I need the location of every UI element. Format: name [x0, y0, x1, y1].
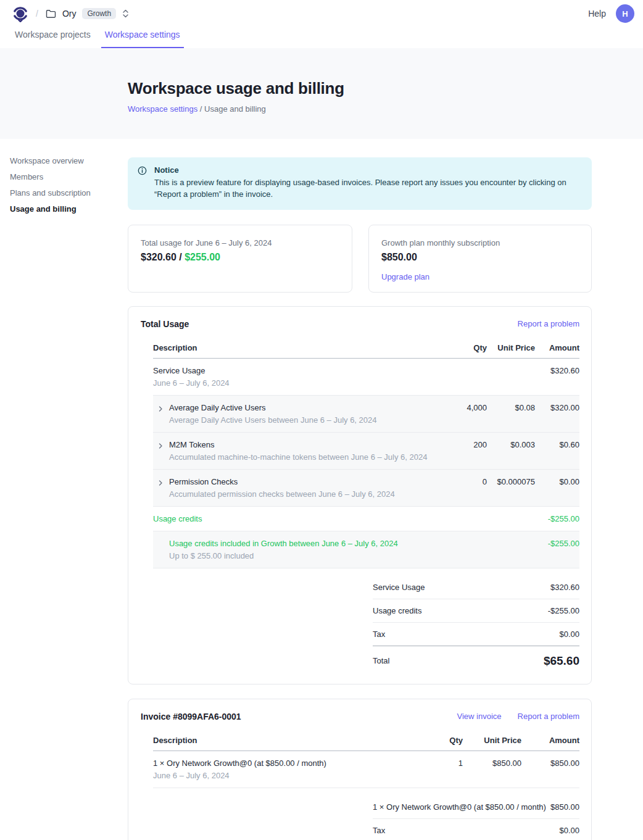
row-amount: -$255.00	[535, 539, 579, 548]
col-unit-price: Unit Price	[463, 736, 521, 745]
plan-badge: Growth	[82, 8, 116, 19]
col-amount: Amount	[521, 736, 579, 745]
ory-logo-icon[interactable]	[12, 5, 28, 22]
usage-credit-limit: $255.00	[185, 252, 220, 262]
row-amount: $320.60	[535, 366, 579, 375]
row-subtitle: June 6 – July 6, 2024	[153, 378, 430, 388]
user-avatar[interactable]: H	[616, 4, 634, 23]
workspace-switcher-icon[interactable]	[122, 9, 129, 19]
row-unit-price: $0.003	[487, 440, 535, 449]
col-unit-price: Unit Price	[487, 343, 535, 352]
total-usage-invoice-card: Total Usage Report a problem Description…	[128, 306, 592, 684]
row-title: M2M Tokens	[169, 440, 430, 449]
total-usage-card: Total usage for June 6 – July 6, 2024 $3…	[128, 225, 352, 293]
invoice-report-problem-link[interactable]: Report a problem	[518, 712, 579, 721]
row-title: 1 × Ory Network Growth@0 (at $850.00 / m…	[153, 759, 406, 768]
invoice-table: Description Qty Unit Price Amount 1 × Or…	[153, 732, 579, 840]
row-subtitle: June 6 – July 6, 2024	[153, 771, 406, 780]
usage-table: Description Qty Unit Price Amount Servic…	[153, 339, 579, 670]
summary-row-usage-credits: Usage credits -$255.00	[373, 599, 579, 623]
breadcrumb-slash: /	[197, 104, 204, 114]
table-row-average-daily-active-users: Average Daily Active Users Average Daily…	[153, 396, 579, 433]
sidebar-item-plans-subscription[interactable]: Plans and subscription	[10, 189, 128, 198]
tab-workspace-projects[interactable]: Workspace projects	[11, 27, 94, 48]
usage-summary: Service Usage $320.60 Usage credits -$25…	[373, 576, 579, 670]
invoice-summary: 1 × Ory Network Growth@0 (at $850.00 / m…	[373, 796, 579, 840]
row-amount: $0.60	[535, 440, 579, 449]
col-qty: Qty	[413, 736, 463, 745]
row-subtitle: Accumulated machine-to-machine tokens be…	[169, 452, 430, 462]
row-unit-price: $0.000075	[487, 477, 535, 486]
col-amount: Amount	[535, 343, 579, 352]
summary-row-service-usage: Service Usage $320.60	[373, 576, 579, 599]
workspace-name[interactable]: Ory	[62, 9, 77, 19]
workspace-tabs: Workspace projects Workspace settings	[0, 27, 643, 48]
summary-row-line-item: 1 × Ory Network Growth@0 (at $850.00 / m…	[373, 796, 579, 819]
folder-icon	[46, 9, 56, 19]
col-description: Description	[153, 343, 438, 352]
preview-notice-banner: Notice This is a preview feature for dis…	[128, 157, 592, 210]
notice-title: Notice	[154, 165, 581, 175]
page-header: Workspace usage and billing Workspace se…	[0, 48, 643, 139]
top-bar: / Ory Growth Help H	[0, 0, 643, 27]
row-title: Usage credits included in Growth between…	[169, 539, 430, 548]
row-subtitle: Average Daily Active Users between June …	[169, 415, 430, 425]
upgrade-plan-link[interactable]: Upgrade plan	[381, 272, 429, 281]
help-link[interactable]: Help	[588, 9, 606, 19]
table-row-usage-credits: Usage credits -$255.00	[153, 507, 579, 531]
expand-chevron-icon[interactable]	[157, 443, 164, 449]
usage-table-header: Description Qty Unit Price Amount	[153, 339, 579, 359]
summary-row-tax: Tax $0.00	[373, 623, 579, 646]
row-unit-price: $0.08	[487, 403, 535, 412]
row-subtitle: Up to $ 255.00 included	[169, 551, 430, 560]
plan-subscription-value: $850.00	[381, 252, 579, 263]
notice-body: This is a preview feature for displaying…	[154, 177, 581, 201]
invoice-card: Invoice #8099AFA6-0001 View invoice Repo…	[128, 699, 592, 840]
tab-workspace-settings[interactable]: Workspace settings	[101, 27, 184, 48]
info-icon	[138, 166, 147, 201]
table-row-permission-checks: Permission Checks Accumulated permission…	[153, 470, 579, 507]
row-qty: 200	[438, 440, 487, 449]
row-unit-price: $850.00	[463, 759, 521, 768]
expand-chevron-icon[interactable]	[157, 405, 164, 412]
table-row-invoice-line: 1 × Ory Network Growth@0 (at $850.00 / m…	[153, 751, 579, 788]
row-title: Service Usage	[153, 366, 430, 375]
total-usage-label: Total usage for June 6 – July 6, 2024	[141, 238, 339, 247]
col-description: Description	[153, 736, 413, 745]
settings-sidebar: Workspace overview Members Plans and sub…	[0, 139, 128, 840]
row-amount: $0.00	[535, 477, 579, 486]
row-amount: $850.00	[521, 759, 579, 768]
breadcrumb-separator: /	[36, 9, 38, 19]
table-row-usage-credits-detail: Usage credits included in Growth between…	[153, 531, 579, 568]
row-qty: 1	[413, 759, 463, 768]
col-qty: Qty	[438, 343, 487, 352]
row-title: Average Daily Active Users	[169, 403, 430, 412]
total-usage-value: $320.60 / $255.00	[141, 252, 339, 263]
sidebar-item-members[interactable]: Members	[10, 173, 128, 181]
plan-subscription-label: Growth plan monthly subscription	[381, 238, 579, 247]
row-amount: $320.00	[535, 403, 579, 412]
page-title: Workspace usage and billing	[128, 79, 643, 98]
summary-row-total: Total $65.60	[373, 646, 579, 670]
usage-total-value: $65.60	[544, 654, 579, 668]
table-row-service-usage: Service Usage June 6 – July 6, 2024 $320…	[153, 359, 579, 396]
expand-chevron-icon[interactable]	[157, 480, 164, 486]
sidebar-item-workspace-overview[interactable]: Workspace overview	[10, 157, 128, 165]
view-invoice-link[interactable]: View invoice	[457, 712, 502, 721]
row-subtitle: Accumulated permission checks between Ju…	[169, 489, 430, 499]
summary-row-tax: Tax $0.00	[373, 819, 579, 840]
table-row-m2m-tokens: M2M Tokens Accumulated machine-to-machin…	[153, 433, 579, 470]
breadcrumb: Workspace settings / Usage and billing	[128, 104, 643, 114]
row-qty: 4,000	[438, 403, 487, 412]
usage-card-title: Total Usage	[141, 319, 189, 329]
row-title: Usage credits	[153, 514, 430, 523]
sidebar-item-usage-billing[interactable]: Usage and billing	[10, 205, 128, 214]
breadcrumb-current: Usage and billing	[204, 104, 266, 114]
invoice-card-title: Invoice #8099AFA6-0001	[141, 712, 241, 721]
plan-subscription-card: Growth plan monthly subscription $850.00…	[368, 225, 592, 293]
invoice-table-header: Description Qty Unit Price Amount	[153, 732, 579, 751]
row-qty: 0	[438, 477, 487, 486]
row-amount: -$255.00	[535, 514, 579, 523]
usage-report-problem-link[interactable]: Report a problem	[518, 319, 579, 328]
breadcrumb-settings-link[interactable]: Workspace settings	[128, 104, 197, 114]
